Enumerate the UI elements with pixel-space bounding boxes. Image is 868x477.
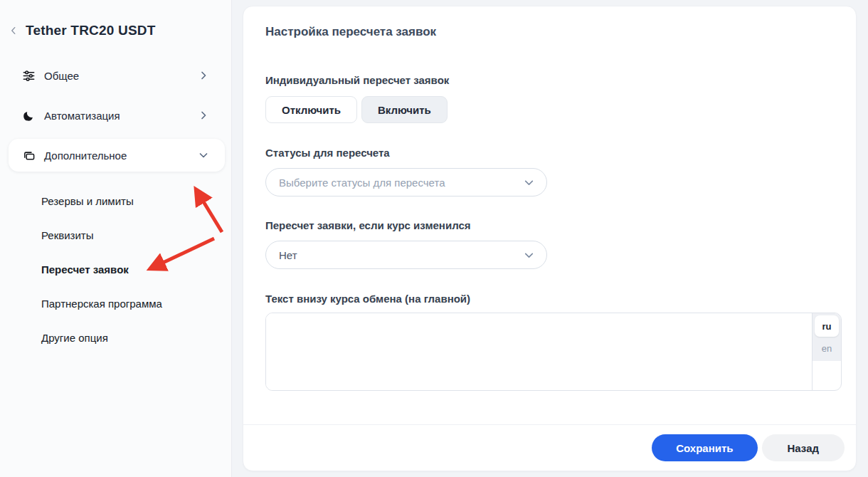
sliders-icon — [21, 68, 36, 83]
sidebar-nav: Общее Автоматизация Дополнительное — [0, 59, 231, 355]
sidebar-item-additional[interactable]: Дополнительное — [9, 139, 225, 172]
sidebar-item-automation[interactable]: Автоматизация — [9, 99, 225, 132]
bottom-text-textarea[interactable] — [266, 313, 812, 390]
lang-tab-en[interactable]: en — [815, 337, 839, 359]
sidebar-subitem-other-options[interactable]: Другие опция — [0, 320, 231, 355]
sidebar-header: Tether TRC20 USDT — [0, 0, 231, 38]
sidebar-subitem-requisites[interactable]: Реквизиты — [0, 218, 231, 252]
subitem-label: Партнерская программа — [41, 298, 162, 310]
back-button[interactable]: Назад — [762, 434, 845, 461]
admin-exchange-settings-page: { "sidebar": { "title": "Tether TRC20 US… — [0, 0, 868, 477]
statuses-label: Статусы для пересчета — [265, 147, 840, 159]
settings-card: Настройка пересчета заявок Индивидуальны… — [243, 6, 857, 471]
rate-changed-select-value: Нет — [279, 249, 523, 261]
sidebar-item-label: Общее — [44, 70, 198, 82]
chevron-right-icon — [198, 110, 209, 121]
moon-icon — [21, 108, 36, 122]
sidebar-subitem-partner-program[interactable]: Партнерская программа — [0, 286, 231, 320]
subitem-label: Другие опция — [41, 332, 108, 344]
chevron-down-icon — [523, 177, 535, 189]
rate-changed-select[interactable]: Нет — [265, 241, 547, 269]
subitem-label: Резервы и лимиты — [41, 195, 134, 207]
language-tabs: ru en — [813, 313, 841, 361]
disable-button[interactable]: Отключить — [265, 96, 357, 123]
back-icon[interactable] — [9, 26, 18, 36]
individual-recalc-label: Индивидуальный пересчет заявок — [265, 74, 840, 87]
chevron-down-icon — [523, 249, 535, 261]
sidebar-item-label: Дополнительное — [44, 150, 198, 162]
save-button[interactable]: Сохранить — [652, 434, 757, 461]
sidebar-subitem-recalculation[interactable]: Пересчет заявок — [0, 252, 231, 286]
sidebar-subnav: Резервы и лимиты Реквизиты Пересчет заяв… — [0, 184, 231, 355]
bottom-text-editor: ru en — [265, 313, 842, 391]
chevron-down-icon — [198, 150, 209, 161]
statuses-select-placeholder: Выберите статусы для пересчета — [279, 177, 523, 189]
sidebar-item-label: Автоматизация — [44, 110, 198, 122]
chevron-right-icon — [198, 70, 209, 81]
individual-recalc-toggle: Отключить Включить — [265, 96, 840, 123]
statuses-select[interactable]: Выберите статусы для пересчета — [265, 168, 547, 196]
sidebar: Tether TRC20 USDT Общее Автоматизация — [0, 0, 232, 477]
card-body: Настройка пересчета заявок Индивидуальны… — [243, 6, 856, 391]
folders-icon — [21, 148, 36, 162]
bottom-text-label: Текст внизу курса обмена (на главной) — [265, 293, 840, 305]
page-title: Tether TRC20 USDT — [26, 23, 156, 38]
language-tabs-column: ru en — [812, 313, 841, 390]
enable-button[interactable]: Включить — [361, 96, 448, 123]
lang-tab-ru[interactable]: ru — [815, 315, 839, 337]
rate-changed-label: Пересчет заявки, если курс изменился — [265, 219, 840, 232]
card-footer: Сохранить Назад — [243, 424, 856, 471]
sidebar-item-general[interactable]: Общее — [9, 59, 225, 92]
subitem-label: Пересчет заявок — [41, 263, 129, 276]
subitem-label: Реквизиты — [41, 229, 94, 241]
sidebar-subitem-reserves[interactable]: Резервы и лимиты — [0, 184, 231, 218]
card-title: Настройка пересчета заявок — [265, 25, 840, 39]
